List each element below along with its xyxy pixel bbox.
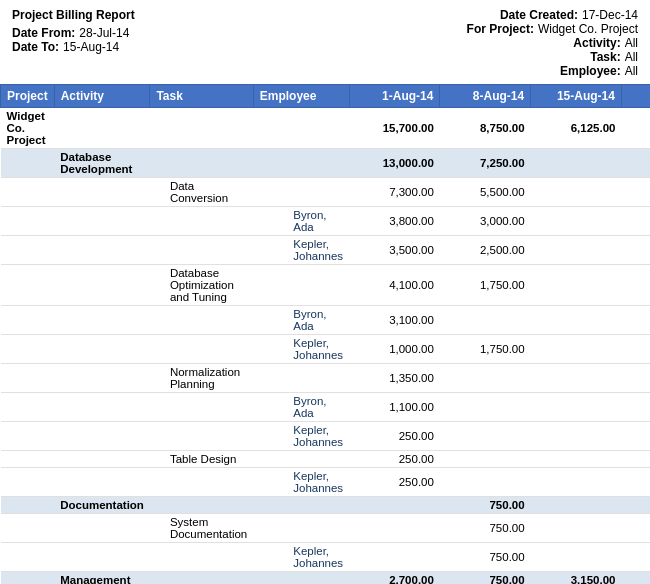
header-row: Project Activity Task Employee 1-Aug-14 … (1, 85, 651, 108)
table-cell (150, 306, 253, 335)
table-cell (440, 306, 531, 335)
activity-filter-row: Activity: All (467, 36, 638, 50)
table-cell: 250.00 (349, 422, 440, 451)
table-cell (150, 572, 253, 585)
table-cell (531, 497, 622, 514)
table-cell: Kepler, Johannes (253, 543, 349, 572)
table-row: Kepler, Johannes250.00250.00 (1, 422, 651, 451)
table-cell: 3,500.00 (349, 236, 440, 265)
table-cell (54, 335, 150, 364)
table-cell (1, 572, 55, 585)
table-cell: 5,850.00 (621, 265, 650, 306)
table-cell: 3,800.00 (349, 207, 440, 236)
table-cell (150, 108, 253, 149)
table-cell (1, 265, 55, 306)
table-cell: 250.00 (349, 468, 440, 497)
table-cell: Kepler, Johannes (253, 468, 349, 497)
table-cell (54, 108, 150, 149)
table-cell: 2,700.00 (349, 572, 440, 585)
report-header: Project Billing Report Date From: 28-Jul… (0, 0, 650, 84)
for-project-row: For Project: Widget Co. Project (467, 22, 638, 36)
table-cell (253, 572, 349, 585)
table-cell (531, 543, 622, 572)
table-row: Database Development13,000.007,250.0020,… (1, 149, 651, 178)
table-cell (54, 265, 150, 306)
activity-filter-label: Activity: (573, 36, 620, 50)
table-cell (54, 451, 150, 468)
table-cell: Database Development (54, 149, 150, 178)
employee-filter-value: All (625, 64, 638, 78)
date-created-label: Date Created: (500, 8, 578, 22)
table-row: Management2,700.00750.003,150.006,600.00 (1, 572, 651, 585)
table-cell (531, 178, 622, 207)
table-cell (531, 306, 622, 335)
table-cell: 6,600.00 (621, 572, 650, 585)
table-cell (1, 178, 55, 207)
table-cell (253, 514, 349, 543)
table-cell (1, 497, 55, 514)
table-cell (1, 335, 55, 364)
table-cell: 1,350.00 (349, 364, 440, 393)
table-row: System Documentation750.00750.00 (1, 514, 651, 543)
table-cell: 15,700.00 (349, 108, 440, 149)
table-row: Table Design250.00250.00 (1, 451, 651, 468)
table-cell: 750.00 (440, 497, 531, 514)
date-from-row: Date From: 28-Jul-14 (12, 26, 135, 40)
table-cell (150, 236, 253, 265)
table-cell (531, 514, 622, 543)
table-cell (54, 236, 150, 265)
table-row: Byron, Ada1,100.001,100.00 (1, 393, 651, 422)
table-cell: 1,350.00 (621, 364, 650, 393)
table-cell: System Documentation (150, 514, 253, 543)
table-row: Widget Co. Project15,700.008,750.006,125… (1, 108, 651, 149)
table-cell (150, 393, 253, 422)
table-cell (440, 364, 531, 393)
report-title: Project Billing Report (12, 8, 135, 22)
table-cell (54, 393, 150, 422)
table-row: Byron, Ada3,800.003,000.006,800.00 (1, 207, 651, 236)
col-project: Project (1, 85, 55, 108)
table-cell (440, 468, 531, 497)
table-cell (54, 468, 150, 497)
table-cell (531, 149, 622, 178)
table-cell (54, 422, 150, 451)
date-to-value: 15-Aug-14 (63, 40, 119, 54)
employee-filter-row: Employee: All (467, 64, 638, 78)
table-row: Kepler, Johannes3,500.002,500.006,000.00 (1, 236, 651, 265)
table-cell: 750.00 (621, 514, 650, 543)
table-cell: 6,000.00 (621, 236, 650, 265)
date-to-row: Date To: 15-Aug-14 (12, 40, 135, 54)
table-cell (253, 364, 349, 393)
table-body: Widget Co. Project15,700.008,750.006,125… (1, 108, 651, 585)
table-cell (150, 422, 253, 451)
table-cell (531, 451, 622, 468)
header-right: Date Created: 17-Dec-14 For Project: Wid… (467, 8, 638, 78)
table-cell: Table Design (150, 451, 253, 468)
table-cell: 3,100.00 (349, 306, 440, 335)
table-cell (150, 207, 253, 236)
col-employee: Employee (253, 85, 349, 108)
table-cell (253, 178, 349, 207)
for-project-label: For Project: (467, 22, 534, 36)
table-cell: Normalization Planning (150, 364, 253, 393)
table-cell: 3,000.00 (440, 207, 531, 236)
col-1aug: 1-Aug-14 (349, 85, 440, 108)
table-cell: 750.00 (440, 514, 531, 543)
table-cell: Byron, Ada (253, 207, 349, 236)
table-cell (531, 422, 622, 451)
table-cell (1, 422, 55, 451)
table-cell: 7,300.00 (349, 178, 440, 207)
table-cell (150, 335, 253, 364)
date-to-label: Date To: (12, 40, 59, 54)
table-cell (531, 393, 622, 422)
table-cell (1, 468, 55, 497)
table-cell (349, 543, 440, 572)
table-cell: 1,750.00 (440, 335, 531, 364)
table-cell (1, 149, 55, 178)
table-cell: 250.00 (621, 451, 650, 468)
table-cell (150, 149, 253, 178)
table-cell (440, 422, 531, 451)
table-cell: Kepler, Johannes (253, 422, 349, 451)
table-cell (531, 364, 622, 393)
table-cell (54, 543, 150, 572)
